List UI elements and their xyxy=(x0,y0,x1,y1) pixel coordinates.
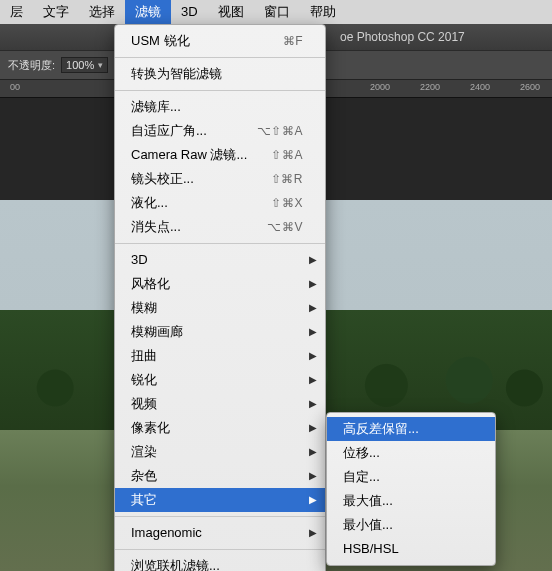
menu-item-3D[interactable]: 3D▶ xyxy=(115,248,325,272)
menu-帮助[interactable]: 帮助 xyxy=(300,0,346,24)
chevron-down-icon: ▾ xyxy=(98,60,103,70)
menu-item-label: 自适应广角... xyxy=(131,122,207,140)
menu-item-shortcut: ⇧⌘A xyxy=(271,146,303,164)
ruler-tick: 2400 xyxy=(470,82,490,92)
menu-item-label: Imagenomic xyxy=(131,524,202,542)
menu-item-杂色[interactable]: 杂色▶ xyxy=(115,464,325,488)
menu-item-自适应广角[interactable]: 自适应广角...⌥⇧⌘A xyxy=(115,119,325,143)
menu-item-label: 锐化 xyxy=(131,371,157,389)
ruler-tick: 2200 xyxy=(420,82,440,92)
menu-item-视频[interactable]: 视频▶ xyxy=(115,392,325,416)
chevron-right-icon: ▶ xyxy=(309,395,317,413)
menu-item-CameraRaw滤镜[interactable]: Camera Raw 滤镜...⇧⌘A xyxy=(115,143,325,167)
menu-item-label: 扭曲 xyxy=(131,347,157,365)
menu-separator xyxy=(115,57,325,58)
menu-item-shortcut: ⌥⌘V xyxy=(267,218,303,236)
menu-item-shortcut: ⇧⌘X xyxy=(271,194,303,212)
app-menubar: 层文字选择滤镜3D视图窗口帮助 xyxy=(0,0,552,24)
opacity-value: 100% xyxy=(66,59,94,71)
menu-item-label: 转换为智能滤镜 xyxy=(131,65,222,83)
submenu-item-最小值[interactable]: 最小值... xyxy=(327,513,495,537)
menu-item-label: 风格化 xyxy=(131,275,170,293)
menu-item-像素化[interactable]: 像素化▶ xyxy=(115,416,325,440)
menu-item-label: 渲染 xyxy=(131,443,157,461)
filter-menu-dropdown: USM 锐化⌘F转换为智能滤镜滤镜库...自适应广角...⌥⇧⌘ACamera … xyxy=(114,24,326,571)
menu-item-label: 消失点... xyxy=(131,218,181,236)
menu-item-shortcut: ⌥⇧⌘A xyxy=(257,122,303,140)
ruler-tick: 2000 xyxy=(370,82,390,92)
menu-item-浏览联机滤镜[interactable]: 浏览联机滤镜... xyxy=(115,554,325,571)
menu-separator xyxy=(115,90,325,91)
menu-item-Imagenomic[interactable]: Imagenomic▶ xyxy=(115,521,325,545)
menu-选择[interactable]: 选择 xyxy=(79,0,125,24)
chevron-right-icon: ▶ xyxy=(309,299,317,317)
menu-item-转换为智能滤镜[interactable]: 转换为智能滤镜 xyxy=(115,62,325,86)
chevron-right-icon: ▶ xyxy=(309,323,317,341)
menu-separator xyxy=(115,243,325,244)
menu-item-其它[interactable]: 其它▶ xyxy=(115,488,325,512)
chevron-right-icon: ▶ xyxy=(309,419,317,437)
opacity-field[interactable]: 100% ▾ xyxy=(61,57,108,73)
chevron-right-icon: ▶ xyxy=(309,443,317,461)
menu-滤镜[interactable]: 滤镜 xyxy=(125,0,171,24)
menu-item-风格化[interactable]: 风格化▶ xyxy=(115,272,325,296)
menu-窗口[interactable]: 窗口 xyxy=(254,0,300,24)
opacity-label: 不透明度: xyxy=(8,58,55,73)
menu-item-扭曲[interactable]: 扭曲▶ xyxy=(115,344,325,368)
menu-item-label: 视频 xyxy=(131,395,157,413)
submenu-item-HSBHSL[interactable]: HSB/HSL xyxy=(327,537,495,561)
menu-文字[interactable]: 文字 xyxy=(33,0,79,24)
submenu-item-位移[interactable]: 位移... xyxy=(327,441,495,465)
menu-item-渲染[interactable]: 渲染▶ xyxy=(115,440,325,464)
menu-item-模糊[interactable]: 模糊▶ xyxy=(115,296,325,320)
menu-item-label: 像素化 xyxy=(131,419,170,437)
menu-item-镜头校正[interactable]: 镜头校正...⇧⌘R xyxy=(115,167,325,191)
chevron-right-icon: ▶ xyxy=(309,251,317,269)
menu-item-label: Camera Raw 滤镜... xyxy=(131,146,247,164)
submenu-item-最大值[interactable]: 最大值... xyxy=(327,489,495,513)
menu-item-label: USM 锐化 xyxy=(131,32,190,50)
chevron-right-icon: ▶ xyxy=(309,275,317,293)
menu-separator xyxy=(115,549,325,550)
menu-item-液化[interactable]: 液化...⇧⌘X xyxy=(115,191,325,215)
menu-层[interactable]: 层 xyxy=(0,0,33,24)
menu-item-USM锐化[interactable]: USM 锐化⌘F xyxy=(115,29,325,53)
menu-separator xyxy=(115,516,325,517)
chevron-right-icon: ▶ xyxy=(309,491,317,509)
menu-item-label: 模糊画廊 xyxy=(131,323,183,341)
chevron-right-icon: ▶ xyxy=(309,524,317,542)
menu-item-label: 模糊 xyxy=(131,299,157,317)
menu-视图[interactable]: 视图 xyxy=(208,0,254,24)
chevron-right-icon: ▶ xyxy=(309,371,317,389)
menu-item-shortcut: ⇧⌘R xyxy=(271,170,303,188)
chevron-right-icon: ▶ xyxy=(309,347,317,365)
menu-item-消失点[interactable]: 消失点...⌥⌘V xyxy=(115,215,325,239)
menu-item-label: 其它 xyxy=(131,491,157,509)
menu-item-shortcut: ⌘F xyxy=(283,32,303,50)
menu-item-锐化[interactable]: 锐化▶ xyxy=(115,368,325,392)
menu-item-label: 液化... xyxy=(131,194,168,212)
menu-item-label: 滤镜库... xyxy=(131,98,181,116)
menu-item-label: 杂色 xyxy=(131,467,157,485)
menu-item-label: 3D xyxy=(131,251,148,269)
menu-item-模糊画廊[interactable]: 模糊画廊▶ xyxy=(115,320,325,344)
menu-item-滤镜库[interactable]: 滤镜库... xyxy=(115,95,325,119)
menu-3D[interactable]: 3D xyxy=(171,0,208,24)
chevron-right-icon: ▶ xyxy=(309,467,317,485)
ruler-tick: 2600 xyxy=(520,82,540,92)
document-title: oe Photoshop CC 2017 xyxy=(340,30,465,44)
submenu-item-高反差保留[interactable]: 高反差保留... xyxy=(327,417,495,441)
menu-item-label: 浏览联机滤镜... xyxy=(131,557,220,571)
other-submenu: 高反差保留...位移...自定...最大值...最小值...HSB/HSL xyxy=(326,412,496,566)
ruler-tick: 00 xyxy=(10,82,20,92)
menu-item-label: 镜头校正... xyxy=(131,170,194,188)
submenu-item-自定[interactable]: 自定... xyxy=(327,465,495,489)
